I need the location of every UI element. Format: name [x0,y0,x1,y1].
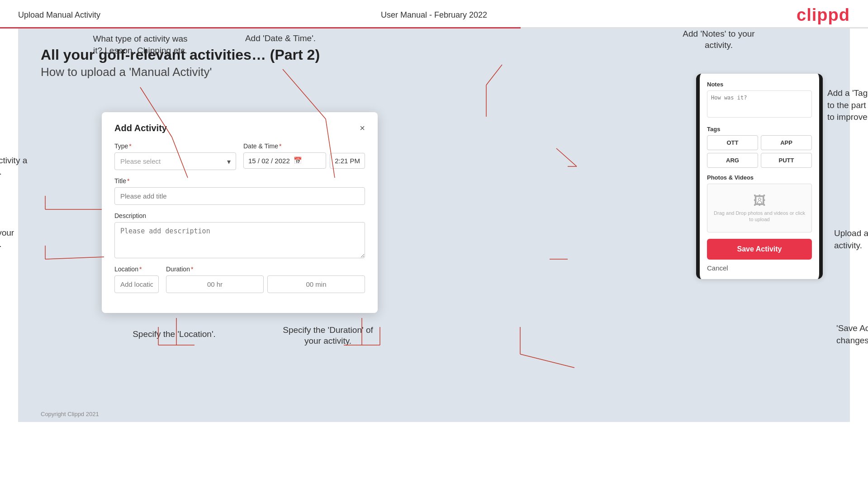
upload-icon: 🖼 [712,193,807,208]
main-content: All your golf-relevant activities… (Part… [18,28,850,422]
title-group: Title* [114,177,365,205]
type-label: Type* [114,142,236,150]
datetime-label: Date & Time* [243,142,365,150]
description-group: Description [114,212,365,258]
annotation-duration: Specify the 'Duration' of your activity. [278,325,378,347]
manual-title: User Manual - February 2022 [381,10,487,20]
calendar-icon: 📅 [294,156,302,165]
time-field[interactable]: 2:21 PM [330,153,365,169]
tag-app[interactable]: APP [761,135,812,150]
annotation-tag: Add a 'Tag' to your activity to link it … [827,87,868,123]
photos-label: Photos & Videos [707,174,812,181]
modal-header: Add Activity × [114,123,365,133]
location-group: Location* [114,265,159,293]
datetime-group: Date & Time* 15 / 02 / 2022 📅 2:21 PM [243,142,365,170]
type-group: Type* Please select [114,142,236,170]
description-label: Description [114,212,365,219]
tag-arg[interactable]: ARG [707,153,758,168]
annotation-notes: Add 'Notes' to your activity. [669,28,768,51]
upload-text: Drag and Drop photos and videos or click… [712,210,807,223]
type-select[interactable]: Please select [114,152,236,170]
tag-ott[interactable]: OTT [707,135,758,150]
location-duration-row: Location* Duration* [114,265,365,293]
save-activity-button[interactable]: Save Activity [707,239,812,260]
svg-line-17 [556,148,577,166]
location-input[interactable] [114,275,159,293]
tags-label: Tags [707,126,812,133]
upload-area[interactable]: 🖼 Drag and Drop photos and videos or cli… [707,184,812,232]
date-input-group: 15 / 02 / 2022 📅 2:21 PM [243,152,365,169]
time-value: 2:21 PM [335,157,360,165]
duration-min-input[interactable] [267,275,365,293]
top-bar: Upload Manual Activity User Manual - Feb… [0,0,868,28]
tag-putt[interactable]: PUTT [761,153,812,168]
logo: clippd [797,5,850,25]
modal-close-button[interactable]: × [360,123,365,133]
duration-inputs [166,275,365,293]
add-activity-modal: Add Activity × Type* Please select Date … [102,112,378,313]
duration-label: Duration* [166,265,365,273]
page-title: Upload Manual Activity [18,10,100,20]
annotation-location: Specify the 'Location'. [129,329,219,340]
modal-title: Add Activity [114,123,167,133]
svg-line-20 [520,354,574,368]
phone-panel: Add 'Notes' to your activity. Add a 'Tag… [696,74,823,279]
date-field[interactable]: 15 / 02 / 2022 📅 [243,152,326,169]
annotation-save: 'Save Activity' or 'Cancel' your changes… [836,322,868,346]
type-select-wrapper: Please select [114,152,236,170]
phone-mockup: Notes Tags OTT APP ARG PUTT Photos & Vid… [696,74,823,279]
cancel-button[interactable]: Cancel [707,264,728,272]
notes-section: Notes [707,81,812,119]
annotation-upload: Upload a photo or video to the activity. [834,227,868,251]
tags-grid: OTT APP ARG PUTT [707,135,812,168]
type-datetime-row: Type* Please select Date & Time* 15 / 02… [114,142,365,170]
svg-line-6 [45,257,104,259]
photos-section: Photos & Videos 🖼 Drag and Drop photos a… [707,174,812,232]
description-textarea[interactable] [114,222,365,258]
title-input[interactable] [114,187,365,205]
duration-hr-input[interactable] [166,275,264,293]
annotation-datetime: Add 'Date & Time'. [235,33,326,44]
notes-label: Notes [707,81,812,88]
annotation-type: What type of activity was it? Lesson, Ch… [90,33,190,56]
title-label: Title* [114,177,365,185]
notes-textarea[interactable] [707,90,812,118]
location-label: Location* [114,265,159,273]
annotation-description: Describe your activity. [0,227,27,250]
date-value: 15 / 02 / 2022 [248,157,290,165]
copyright: Copyright Clippd 2021 [41,411,99,417]
duration-group: Duration* [166,265,365,293]
tags-section: Tags OTT APP ARG PUTT [707,126,812,168]
annotation-title: Give your activity a 'Title'. [0,155,34,177]
